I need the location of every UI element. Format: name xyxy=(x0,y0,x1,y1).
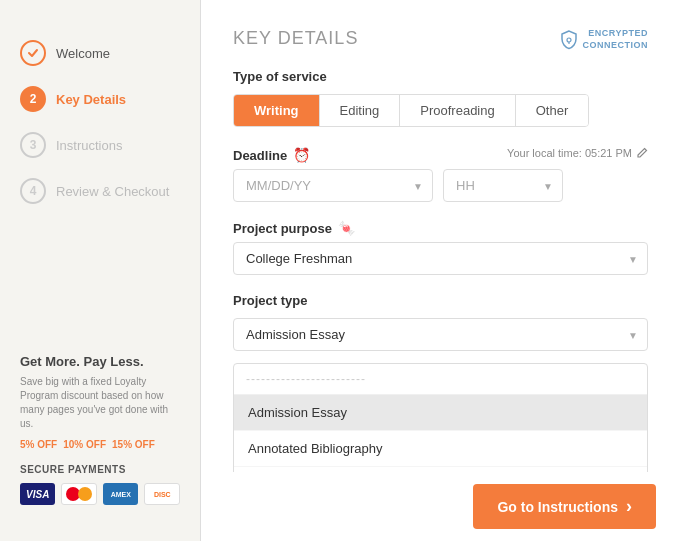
deadline-label: Deadline xyxy=(233,148,287,163)
bottom-bar: Go to Instructions › xyxy=(201,472,680,541)
project-purpose-select[interactable]: College Freshman xyxy=(233,242,648,275)
step-circle-4: 4 xyxy=(20,178,46,204)
date-select[interactable]: MM/DD/YY xyxy=(233,169,433,202)
step-circle-2: 2 xyxy=(20,86,46,112)
deadline-header-row: Deadline ⏰ Your local time: 05:21 PM xyxy=(233,147,648,163)
promo-description: Save big with a fixed Loyalty Program di… xyxy=(20,375,180,431)
page-title: KEY DETAILS xyxy=(233,28,358,49)
dropdown-item-admission-essay[interactable]: Admission Essay xyxy=(234,395,647,431)
purpose-icon: 🍬 xyxy=(338,220,355,236)
deadline-label-row: Deadline ⏰ xyxy=(233,147,310,163)
encrypted-label: ENCRYPTEDCONNECTION xyxy=(583,28,649,51)
visa-icon: VISA xyxy=(20,483,55,505)
amex-icon: AMEX xyxy=(103,483,138,505)
step-circle-1 xyxy=(20,40,46,66)
sidebar-item-instructions[interactable]: 3 Instructions xyxy=(0,122,200,168)
deadline-icon: ⏰ xyxy=(293,147,310,163)
edit-icon[interactable] xyxy=(636,147,648,159)
main-content: KEY DETAILS ENCRYPTEDCONNECTION Type of … xyxy=(201,0,680,541)
purpose-label-row: Project purpose 🍬 xyxy=(233,220,648,236)
step-circle-3: 3 xyxy=(20,132,46,158)
project-type-label: Project type xyxy=(233,293,648,308)
tab-editing[interactable]: Editing xyxy=(320,95,401,126)
svg-point-0 xyxy=(567,38,571,42)
sidebar-item-review[interactable]: 4 Review & Checkout xyxy=(0,168,200,214)
key-details-header: KEY DETAILS ENCRYPTEDCONNECTION xyxy=(233,28,648,51)
dropdown-separator: ------------------------ xyxy=(234,364,647,395)
sidebar-item-welcome[interactable]: Welcome xyxy=(0,30,200,76)
project-type-select[interactable]: Admission Essay xyxy=(233,318,648,351)
time-select[interactable]: HH xyxy=(443,169,563,202)
discount-5: 5% OFF xyxy=(20,439,57,450)
project-type-wrap: Admission Essay ▼ xyxy=(233,318,648,351)
date-select-wrap: MM/DD/YY ▼ xyxy=(233,169,433,202)
discount-10: 10% OFF xyxy=(63,439,106,450)
payment-icons: VISA AMEX DISC xyxy=(20,483,180,505)
mastercard-icon xyxy=(61,483,97,505)
tab-proofreading[interactable]: Proofreading xyxy=(400,95,515,126)
sidebar-bottom: Get More. Pay Less. Save big with a fixe… xyxy=(0,338,200,521)
sidebar-label-welcome: Welcome xyxy=(56,46,110,61)
discover-icon: DISC xyxy=(144,483,180,505)
project-purpose-select-wrap: College Freshman ▼ xyxy=(233,242,648,275)
sidebar-nav: Welcome 2 Key Details 3 Instructions 4 R… xyxy=(0,20,200,224)
tab-other[interactable]: Other xyxy=(516,95,589,126)
local-time: Your local time: 05:21 PM xyxy=(507,147,648,159)
sidebar-label-review: Review & Checkout xyxy=(56,184,169,199)
encrypted-badge: ENCRYPTEDCONNECTION xyxy=(560,28,649,51)
sidebar-label-key-details: Key Details xyxy=(56,92,126,107)
discount-15: 15% OFF xyxy=(112,439,155,450)
service-type-label: Type of service xyxy=(233,69,648,84)
tab-writing[interactable]: Writing xyxy=(234,95,320,126)
discount-badges: 5% OFF 10% OFF 15% OFF xyxy=(20,439,180,450)
deadline-inputs: MM/DD/YY ▼ HH ▼ xyxy=(233,169,648,202)
sidebar: Welcome 2 Key Details 3 Instructions 4 R… xyxy=(0,0,200,541)
project-purpose-label: Project purpose xyxy=(233,221,332,236)
time-select-wrap: HH ▼ xyxy=(443,169,563,202)
promo-headline: Get More. Pay Less. xyxy=(20,354,180,369)
dropdown-item-annotated-bibliography[interactable]: Annotated Bibliography xyxy=(234,431,647,467)
sidebar-item-key-details[interactable]: 2 Key Details xyxy=(0,76,200,122)
shield-icon xyxy=(560,30,578,50)
project-type-select-wrap: Admission Essay ▼ xyxy=(233,318,648,351)
sidebar-label-instructions: Instructions xyxy=(56,138,122,153)
go-to-instructions-button[interactable]: Go to Instructions › xyxy=(473,484,656,529)
service-tabs: Writing Editing Proofreading Other xyxy=(233,94,589,127)
secure-payments-label: SECURE PAYMENTS xyxy=(20,464,180,475)
